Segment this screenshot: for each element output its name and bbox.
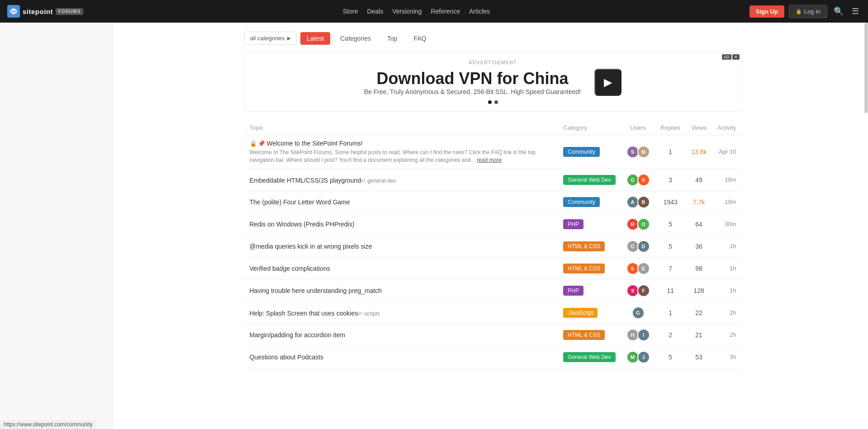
topic-title-link[interactable]: Welcome to the SitePoint Forums! [267, 140, 363, 147]
search-button[interactable]: 🔍 [832, 5, 845, 18]
category-cell: PHP [558, 279, 621, 302]
scrollbar[interactable] [864, 23, 868, 113]
replies-cell: 3 [655, 169, 686, 191]
user-avatar: E [637, 262, 650, 275]
user-avatar: S [637, 174, 650, 186]
ad-headline: Download VPN for China [364, 69, 581, 88]
table-row: Embeddable HTML/CSS/JS playgroundgeneral… [244, 169, 742, 191]
topic-title-link[interactable]: Redis on Windows (Predis PHPredis) [250, 221, 355, 228]
category-badge[interactable]: Community [563, 197, 600, 207]
table-row: @media queries kick in at wrong pixels s… [244, 235, 742, 257]
category-cell: General Web Dev [558, 346, 621, 368]
chevron-right-icon: ▶ [287, 36, 291, 41]
users-cell: AB [621, 191, 655, 213]
users-cell: 9F [621, 279, 655, 302]
topic-excerpt: Welcome to The SitePoint Forums. Some he… [250, 149, 553, 164]
topic-cell: @media queries kick in at wrong pixels s… [244, 235, 558, 257]
category-cell: HTML & CSS [558, 257, 621, 279]
category-badge[interactable]: HTML & CSS [563, 241, 605, 251]
activity-cell: 2h [712, 324, 741, 346]
user-avatar: O [637, 218, 650, 231]
nav-store[interactable]: Store [343, 8, 358, 15]
category-badge[interactable]: Community [563, 147, 600, 157]
tab-categories[interactable]: Categories [334, 32, 377, 45]
table-row: 🔒📌Welcome to the SitePoint Forums!Welcom… [244, 135, 742, 169]
views-cell: 7.7k [686, 191, 712, 213]
nav-articles[interactable]: Articles [469, 8, 490, 15]
col-replies: Replies [655, 121, 686, 135]
category-cell: General Web Dev [558, 169, 621, 191]
views-cell: 64 [686, 213, 712, 235]
topic-tag[interactable]: general-dev [361, 178, 396, 184]
topic-title-link[interactable]: Help: Splash Screen that uses cookies [250, 309, 358, 316]
col-users: Users [621, 121, 655, 135]
category-cell: HTML & CSS [558, 235, 621, 257]
table-row: Questions about PodcastsGeneral Web DevM… [244, 346, 742, 368]
category-badge[interactable]: PHP [563, 219, 583, 229]
views-cell: 21 [686, 324, 712, 346]
topic-tag[interactable]: scripts [358, 311, 380, 317]
category-badge[interactable]: JavaScript [563, 308, 598, 318]
replies-cell: 1 [655, 135, 686, 169]
category-cell: Community [558, 135, 621, 169]
activity-cell: 1h [712, 279, 741, 302]
topic-title-link[interactable]: Embeddable HTML/CSS/JS playground [250, 176, 361, 184]
topic-title-link[interactable]: @media queries kick in at wrong pixels s… [250, 243, 372, 250]
table-row: Help: Splash Screen that uses cookiesscr… [244, 302, 742, 324]
nav-deals[interactable]: Deals [367, 8, 383, 15]
logo-link[interactable]: SP sitepoint FORUMS [7, 5, 83, 18]
activity-cell: 18m [712, 169, 741, 191]
tab-latest[interactable]: Latest [300, 32, 330, 45]
user-avatar: G [632, 306, 645, 319]
topic-title-link[interactable]: The (polite) Four Letter Word Game [250, 198, 350, 206]
activity-cell: 30m [712, 213, 741, 235]
table-row: Verified badge complicationsHTML & CSSSE… [244, 257, 742, 279]
table-row: Having trouble here understanding preg_m… [244, 279, 742, 302]
tab-faq[interactable]: FAQ [408, 32, 433, 45]
views-cell: 22 [686, 302, 712, 324]
category-badge[interactable]: General Web Dev [563, 352, 615, 362]
users-cell: HI [621, 324, 655, 346]
activity-cell: 3h [712, 346, 741, 368]
all-categories-button[interactable]: all categories ▶ [244, 32, 297, 45]
category-badge[interactable]: HTML & CSS [563, 264, 605, 273]
ad-badge-2: ✕ [732, 54, 740, 60]
ad-dot-2 [494, 100, 498, 104]
login-button[interactable]: Log In [789, 5, 827, 18]
col-activity: Activity [712, 121, 741, 135]
nav-reference[interactable]: Reference [431, 8, 460, 15]
advertisement: AD ✕ ADVERTISEMENT Download VPN for Chin… [244, 52, 742, 112]
logo-text: sitepoint [23, 8, 53, 15]
category-badge[interactable]: HTML & CSS [563, 330, 605, 340]
ad-cta-button[interactable]: ▶ [594, 69, 621, 96]
tab-top[interactable]: Top [381, 32, 404, 45]
topic-cell: Questions about Podcasts [244, 346, 558, 368]
menu-button[interactable]: ☰ [850, 5, 861, 18]
user-avatar: I [637, 329, 650, 341]
lock-icon: 🔒 [250, 140, 257, 147]
replies-cell: 5 [655, 213, 686, 235]
topic-title-link[interactable]: Questions about Podcasts [250, 354, 323, 361]
header-left: SP sitepoint FORUMS [7, 5, 83, 18]
replies-cell: 1943 [655, 191, 686, 213]
category-badge[interactable]: PHP [563, 286, 583, 296]
read-more-link[interactable]: read more [477, 157, 502, 163]
ad-badge-1: AD [722, 54, 731, 60]
views-cell: 49 [686, 169, 712, 191]
nav-versioning[interactable]: Versioning [392, 8, 422, 15]
topic-cell: Margin/padding for accordion item [244, 324, 558, 346]
user-avatar: M [637, 146, 650, 158]
topic-title-link[interactable]: Verified badge complications [250, 265, 330, 272]
col-topic: Topic [244, 121, 558, 135]
svg-text:SP: SP [11, 9, 16, 14]
users-cell: CD [621, 235, 655, 257]
users-cell: MJ [621, 346, 655, 368]
user-avatar: B [637, 196, 650, 208]
category-badge[interactable]: General Web Dev [563, 175, 615, 185]
topic-cell: The (polite) Four Letter Word Game [244, 191, 558, 213]
topic-title-link[interactable]: Margin/padding for accordion item [250, 331, 346, 339]
topic-title-link[interactable]: Having trouble here understanding preg_m… [250, 287, 382, 294]
views-cell: 98 [686, 257, 712, 279]
signup-button[interactable]: Sign Up [749, 5, 784, 18]
ad-dots [252, 100, 734, 104]
